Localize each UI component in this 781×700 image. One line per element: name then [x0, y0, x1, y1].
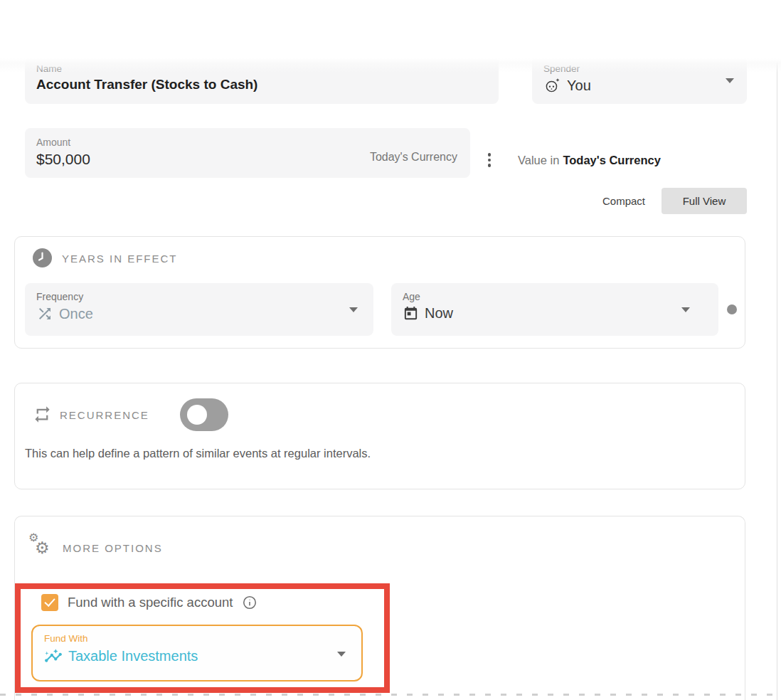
custom-expense-dialog: $ CUSTOM EXPENSE Name Account Transfer (… [0, 0, 781, 700]
spender-value: You [567, 78, 591, 94]
info-icon[interactable] [242, 595, 257, 610]
chevron-down-icon [681, 307, 690, 312]
amount-field[interactable]: Amount $50,000 Today's Currency [25, 128, 470, 178]
fund-checkbox-label: Fund with a specific account [68, 595, 233, 610]
dialog-header [0, 0, 781, 55]
face-sparkle-icon [543, 77, 561, 95]
age-label: Age [403, 291, 707, 302]
shuffle-icon [36, 305, 53, 322]
fund-checkbox[interactable] [41, 594, 58, 611]
panel-divider [777, 63, 777, 700]
fund-with-dropdown[interactable]: Fund With Taxable Investments [31, 625, 363, 682]
amount-value: $50,000 [36, 151, 90, 168]
recurrence-toggle[interactable] [180, 398, 228, 431]
fund-with-label: Fund With [44, 633, 350, 644]
recurrence-title: RECURRENCE [60, 409, 149, 421]
gears-icon: ⚙⚙ [27, 531, 57, 561]
timeline-dot [727, 304, 737, 314]
name-value: Account Transfer (Stocks to Cash) [36, 77, 257, 92]
recurrence-description: This can help define a pattern of simila… [25, 447, 371, 460]
fund-with-value: Taxable Investments [68, 648, 198, 664]
full-view-button[interactable]: Full View [662, 188, 747, 214]
age-value: Now [425, 305, 453, 322]
calendar-icon [403, 305, 419, 322]
frequency-dropdown[interactable]: Frequency Once [25, 283, 373, 336]
value-in-prefix: Value in [518, 154, 559, 166]
chevron-down-icon [349, 307, 358, 312]
age-dropdown[interactable]: Age Now [391, 283, 718, 336]
more-options-title: MORE OPTIONS [63, 542, 163, 554]
fund-checkbox-row: Fund with a specific account [41, 594, 257, 611]
amount-currency-mode: Today's Currency [370, 151, 457, 164]
years-in-effect-title: YEARS IN EFFECT [62, 253, 178, 265]
recurrence-card [14, 383, 745, 489]
value-in-note: Value inToday's Currency [518, 154, 661, 167]
section-dashed-divider [0, 694, 781, 696]
amount-label: Amount [36, 137, 459, 148]
frequency-label: Frequency [36, 291, 362, 302]
value-in-currency: Today's Currency [563, 154, 661, 166]
repeat-icon [33, 405, 52, 424]
amount-more-menu-icon[interactable] [483, 149, 496, 171]
compact-view-button[interactable]: Compact [593, 189, 655, 213]
clock-icon [33, 248, 52, 267]
insights-chart-icon [44, 647, 63, 665]
chevron-down-icon [726, 78, 734, 83]
frequency-value: Once [59, 306, 93, 322]
chevron-down-icon [337, 652, 346, 657]
scroll-fade [0, 55, 781, 73]
